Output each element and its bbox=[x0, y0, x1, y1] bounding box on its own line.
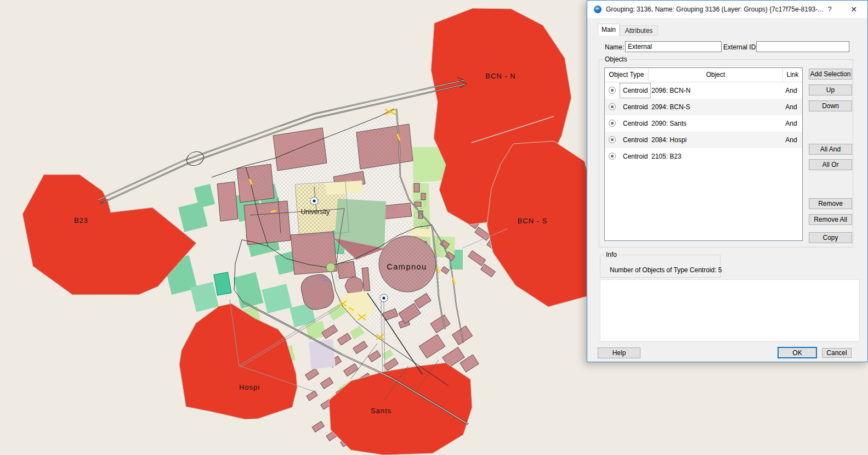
name-label: Name: bbox=[605, 43, 624, 51]
column-header-link[interactable]: Link bbox=[783, 68, 802, 81]
help-button[interactable]: Help bbox=[598, 347, 640, 358]
grouping-dialog-icon bbox=[594, 5, 602, 13]
cell-link: And bbox=[782, 99, 801, 115]
empty-panel bbox=[600, 279, 860, 341]
objects-group-label: Objects bbox=[603, 55, 629, 63]
info-groupbox: Info Number of Objects of Type Centroid:… bbox=[600, 255, 721, 278]
dialog-title: Grouping: 3136, Name: Grouping 3136 (Lay… bbox=[606, 5, 825, 13]
cancel-button[interactable]: Cancel bbox=[822, 348, 852, 358]
cell-object-type: Centroid bbox=[620, 116, 650, 131]
dialog-titlebar[interactable]: Grouping: 3136, Name: Grouping 3136 (Lay… bbox=[587, 1, 867, 18]
university-centroid-icon[interactable] bbox=[310, 197, 318, 205]
zone-label-bcn-n: BCN - N bbox=[485, 72, 515, 80]
row-radio-icon[interactable] bbox=[609, 103, 616, 110]
tab-attributes[interactable]: Attributes bbox=[620, 25, 658, 36]
cell-link: And bbox=[782, 115, 801, 132]
column-header-object-type[interactable]: Object Type bbox=[605, 68, 649, 81]
info-text: Number of Objects of Type Centroid: 5 bbox=[610, 266, 722, 274]
table-row[interactable]: Centroid 2096: BCN-N And bbox=[605, 82, 802, 99]
cell-object-type: Centroid bbox=[620, 83, 650, 98]
grouping-dialog: Grouping: 3136, Name: Grouping 3136 (Lay… bbox=[587, 0, 868, 362]
objects-table-header: Object Type Object Link bbox=[605, 68, 802, 82]
remove-button[interactable]: Remove bbox=[809, 198, 852, 209]
table-row[interactable]: Centroid 2094: BCN-S And bbox=[605, 99, 802, 115]
add-selection-button[interactable]: Add Selection bbox=[809, 69, 852, 80]
cell-object-type: Centroid bbox=[620, 100, 650, 114]
row-radio-icon[interactable] bbox=[609, 136, 616, 143]
cell-object: 2105: B23 bbox=[651, 148, 682, 165]
up-button[interactable]: Up bbox=[809, 85, 852, 96]
info-group-label: Info bbox=[604, 251, 619, 259]
zone-label-sants: Sants bbox=[371, 407, 392, 415]
cell-object: 2090: Sants bbox=[651, 115, 687, 132]
cell-link: And bbox=[782, 132, 801, 148]
copy-button[interactable]: Copy bbox=[809, 232, 852, 243]
help-titlebar-button[interactable]: ? bbox=[820, 1, 839, 18]
map-viewport[interactable]: BCN - N B23 BCN - S Hospi Sants Universi… bbox=[0, 0, 587, 455]
cell-object: 2096: BCN-N bbox=[651, 82, 690, 99]
down-button[interactable]: Down bbox=[809, 100, 852, 111]
remove-all-button[interactable]: Remove All bbox=[809, 214, 852, 225]
campnou-centroid-icon[interactable] bbox=[380, 294, 388, 302]
cell-object: 2094: BCN-S bbox=[651, 99, 690, 115]
zone-label-bcn-s: BCN - S bbox=[518, 217, 548, 225]
external-id-label: External ID: bbox=[723, 43, 758, 51]
table-row[interactable]: Centroid 2105: B23 bbox=[605, 148, 802, 165]
ok-button[interactable]: OK bbox=[778, 347, 817, 358]
tab-main[interactable]: Main bbox=[598, 24, 620, 36]
cell-object-type: Centroid bbox=[620, 149, 650, 164]
cell-link: And bbox=[782, 82, 801, 99]
row-radio-icon[interactable] bbox=[609, 153, 616, 160]
column-header-object[interactable]: Object bbox=[649, 68, 783, 81]
cell-object-type: Centroid bbox=[620, 133, 650, 147]
name-input[interactable] bbox=[625, 41, 722, 52]
objects-table[interactable]: Object Type Object Link Centroid 2096: B… bbox=[604, 68, 803, 241]
cell-object: 2084: Hospi bbox=[651, 132, 687, 148]
close-icon[interactable]: ✕ bbox=[844, 1, 863, 18]
all-and-button[interactable]: All And bbox=[809, 144, 852, 155]
row-radio-icon[interactable] bbox=[609, 120, 616, 127]
zone-label-b23: B23 bbox=[74, 216, 88, 224]
row-radio-icon[interactable] bbox=[609, 87, 616, 94]
zone-label-hospi: Hospi bbox=[239, 383, 260, 391]
application-window: BCN - N B23 BCN - S Hospi Sants Universi… bbox=[0, 0, 868, 455]
table-row[interactable]: Centroid 2090: Sants And bbox=[605, 115, 802, 132]
external-id-input[interactable] bbox=[756, 41, 849, 52]
all-or-button[interactable]: All Or bbox=[809, 159, 852, 170]
table-row[interactable]: Centroid 2084: Hospi And bbox=[605, 132, 802, 148]
roundabout bbox=[326, 263, 335, 272]
place-label-university: University bbox=[301, 208, 330, 216]
place-label-campnou: Campnou bbox=[387, 262, 427, 271]
